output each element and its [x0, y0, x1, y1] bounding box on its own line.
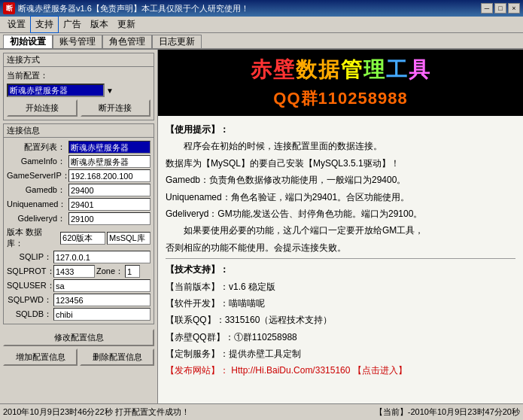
tab-account-management[interactable]: 账号管理	[53, 35, 102, 48]
usage-tip-2: 数据库为【MySQL】的要自己安装【MySQL3.5.1驱动】！	[166, 156, 515, 171]
modify-config-button[interactable]: 修改配置信息	[3, 329, 154, 346]
status-right: 【当前】-2010年10月9日23时47分20秒	[375, 406, 520, 418]
title-text: 断魂赤壁服务器v1.6【免责声明】本工具仅限于个人研究使用！	[18, 3, 249, 14]
config-list-value[interactable]: 断魂赤壁服务器	[68, 141, 151, 154]
disconnect-button[interactable]: 断开连接	[81, 99, 151, 117]
sqldb-input[interactable]: chibi	[53, 308, 151, 321]
db-version-label: 版本 数据库：	[7, 227, 59, 249]
banner-char-ju2: 具	[409, 58, 431, 81]
config-list-label: 配置列表：	[7, 141, 67, 154]
sqlip-input[interactable]: 127.0.0.1	[53, 251, 151, 263]
gameserverip-label: GameServerIP：	[7, 169, 67, 182]
main-content: 连接方式 当前配置： 断魂赤壁服务器 ▼ 开始连接 断开连接	[0, 50, 523, 403]
connection-info-title: 连接信息	[4, 124, 154, 138]
website-label: 【发布网站】：	[166, 365, 229, 376]
tech-custom: 【定制服务】：提供赤壁工具定制	[166, 346, 515, 361]
sqlpwd-label: SQLPWD：	[7, 294, 52, 306]
sqldb-label: SQLDB：	[7, 309, 52, 320]
config-select-value: 断魂赤壁服务器	[10, 85, 68, 96]
left-panel: 连接方式 当前配置： 断魂赤壁服务器 ▼ 开始连接 断开连接	[0, 50, 158, 403]
gdeliveryd-label: Gdeliveryd：	[7, 212, 67, 225]
gdeliveryd-value[interactable]: 29100	[68, 212, 151, 225]
tab-log-update[interactable]: 日志更新	[152, 35, 202, 48]
maximize-button[interactable]: □	[494, 3, 506, 14]
db-version-select[interactable]: 620版本	[60, 232, 105, 245]
zone-label: Zone：	[96, 266, 123, 277]
usage-tip-3: Gamedb：负责角色数据修改功能使用，一般端口为29400。	[166, 172, 515, 187]
tab-role-management[interactable]: 角色管理	[102, 35, 152, 48]
sqluser-label: SQLUSER：	[7, 280, 52, 291]
website-row: 【发布网站】： Http://Hi.BaiDu.Com/3315160 【点击进…	[166, 363, 515, 378]
usage-tip-6: 如果要使用必要的功能，这几个端口一定要开放给GM工具，	[166, 223, 515, 238]
config-select[interactable]: 断魂赤壁服务器	[7, 84, 105, 97]
connect-button[interactable]: 开始连接	[7, 99, 78, 117]
status-bar: 2010年10月9日23时46分22秒 打开配置文件成功！ 【当前】-2010年…	[0, 403, 523, 420]
tab-bar: 初始设置 账号管理 角色管理 日志更新	[0, 33, 523, 50]
sqlpwd-row: SQLPWD： 123456	[7, 294, 151, 306]
usage-tip-7: 否则相应的功能不能使用。会提示连接失败。	[166, 240, 515, 255]
menu-ads[interactable]: 广告	[59, 17, 86, 32]
connection-mode: 当前配置： 断魂赤壁服务器 ▼ 开始连接 断开连接	[7, 70, 151, 117]
status-left: 2010年10月9日23时46分22秒 打开配置文件成功！	[3, 406, 369, 418]
uniquenamed-label: Uniquenamed：	[7, 198, 67, 211]
title-bar-left: 断 断魂赤壁服务器v1.6【免责声明】本工具仅限于个人研究使用！	[3, 2, 249, 14]
connection-info-section: 连接信息 配置列表： 断魂赤壁服务器 GameInfo： 断魂赤壁服务器 Gam…	[3, 123, 154, 324]
usage-tip-1: 程序会在初始的时候，连接配置里面的数据连接。	[166, 138, 515, 154]
menu-settings[interactable]: 设置	[3, 17, 30, 32]
gameinfo-label: GameInfo：	[7, 155, 67, 168]
title-bar: 断 断魂赤壁服务器v1.6【免责声明】本工具仅限于个人研究使用！ ─ □ ×	[0, 0, 523, 17]
banner-char-bi: 壁	[273, 58, 296, 81]
connection-mode-title: 连接方式	[4, 53, 154, 67]
zone-input[interactable]: 1	[125, 265, 140, 278]
gameserverip-value[interactable]: 192.168.200.100	[68, 169, 151, 182]
connection-mode-section: 连接方式 当前配置： 断魂赤壁服务器 ▼ 开始连接 断开连接	[3, 53, 154, 120]
menu-support[interactable]: 支持	[30, 16, 59, 33]
usage-tips-title: 【使用提示】：	[166, 122, 515, 137]
connection-info-content: 配置列表： 断魂赤壁服务器 GameInfo： 断魂赤壁服务器 GameServ…	[4, 138, 154, 324]
minimize-button[interactable]: ─	[481, 3, 493, 14]
gamedb-label: Gamedb：	[7, 184, 67, 196]
tech-qq: 【联系QQ】：3315160（远程技术支持）	[166, 312, 515, 327]
divider	[166, 258, 515, 259]
app-icon: 断	[3, 2, 15, 14]
config-dropdown-arrow[interactable]: ▼	[106, 87, 114, 95]
delete-config-button[interactable]: 删除配置信息	[80, 348, 154, 366]
usage-tip-5: Gdeliveryd：GM功能,发送公告、封停角色功能。端口为29100。	[166, 206, 515, 221]
sqlpwd-input[interactable]: 123456	[53, 294, 151, 306]
banner-char-li: 理	[363, 58, 386, 81]
sqlprot-row: SQLPROT： 1433 Zone： 1	[7, 265, 151, 278]
bottom-buttons: 修改配置信息 增加配置信息 删除配置信息	[3, 329, 154, 366]
gamedb-value[interactable]: 29400	[68, 184, 151, 196]
banner-title: 赤壁数据管理工具	[251, 56, 431, 84]
banner: 赤壁数据管理工具 QQ群110258988	[158, 50, 523, 116]
tab-initial-setup[interactable]: 初始设置	[3, 35, 53, 48]
menu-version[interactable]: 版本	[86, 17, 113, 32]
db-type-select[interactable]: MsSQL库	[107, 232, 151, 245]
sqlprot-input[interactable]: 1433	[53, 265, 95, 278]
sqluser-row: SQLUSER： sa	[7, 279, 151, 292]
sqlprot-label: SQLPROT：	[7, 266, 52, 277]
sqlip-label: SQLIP：	[7, 251, 52, 263]
uniquenamed-value[interactable]: 29401	[68, 198, 151, 211]
sqlip-row: SQLIP： 127.0.0.1	[7, 251, 151, 263]
db-version-row: 版本 数据库： 620版本 MsSQL库	[7, 227, 151, 249]
banner-qq: QQ群110258988	[273, 87, 407, 110]
connection-mode-content: 当前配置： 断魂赤壁服务器 ▼ 开始连接 断开连接	[4, 67, 154, 120]
sqluser-input[interactable]: sa	[53, 279, 151, 292]
banner-char-gong: 工	[386, 58, 409, 81]
banner-char-shu: 数	[296, 58, 318, 81]
add-delete-buttons: 增加配置信息 删除配置信息	[3, 348, 154, 366]
sqldb-row: SQLDB： chibi	[7, 308, 151, 321]
tech-dev: 【软件开发】：喵喵喵呢	[166, 296, 515, 311]
banner-char-ju: 据	[318, 58, 341, 81]
banner-char-guan: 管	[341, 58, 363, 81]
add-config-button[interactable]: 增加配置信息	[3, 348, 78, 366]
close-button[interactable]: ×	[508, 3, 520, 14]
title-bar-buttons: ─ □ ×	[481, 3, 520, 14]
tech-qqgroup: 【赤壁QQ群】：①群110258988	[166, 330, 515, 345]
website-link[interactable]: 【点击进入】	[353, 365, 407, 376]
connection-buttons: 开始连接 断开连接	[7, 99, 151, 117]
gameinfo-value[interactable]: 断魂赤壁服务器	[68, 155, 151, 168]
menu-update[interactable]: 更新	[113, 17, 140, 32]
info-grid: 配置列表： 断魂赤壁服务器 GameInfo： 断魂赤壁服务器 GameServ…	[7, 141, 151, 225]
